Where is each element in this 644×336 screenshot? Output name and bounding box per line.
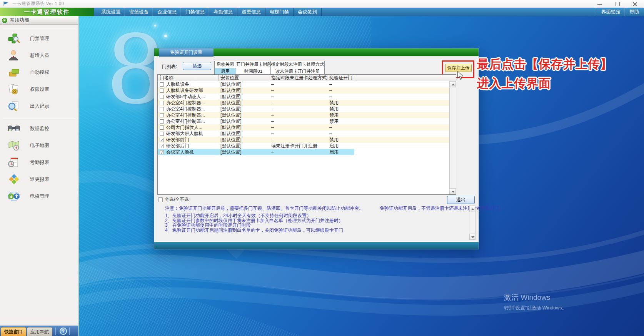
row-checkbox[interactable] <box>160 150 164 154</box>
menu-items: 系统设置安装设备企业信息门禁信息考勤信息巡更信息电梯门禁会议签到 <box>97 8 322 16</box>
door-location: [默认位置] <box>219 149 269 155</box>
select-all-checkbox[interactable] <box>158 197 163 202</box>
door-location: [默认位置] <box>219 130 269 137</box>
collapse-arrow-icon[interactable] <box>2 18 7 23</box>
window-title: 一卡通管理系统 Ver 1.00 <box>12 1 64 7</box>
table-body: 人脸机设备 [默认位置] – – 人脸机设备研发部 [默认位置] – – 研发部… <box>158 81 449 194</box>
table-row[interactable]: 研发部前门 [默认位置] – 禁用 <box>158 137 449 143</box>
scroll-up-icon[interactable] <box>469 206 475 212</box>
row-checkbox[interactable] <box>160 82 164 87</box>
door-name: 办公室4门控制器... <box>166 112 205 118</box>
door-name: 会议室人脸机 <box>166 149 194 155</box>
scroll-down-icon[interactable] <box>469 234 475 240</box>
row-checkbox[interactable] <box>160 132 164 136</box>
column-header[interactable]: 安装位置 <box>219 75 269 81</box>
row-checkbox[interactable] <box>160 125 164 130</box>
menu-item-lock[interactable]: 界面锁定 <box>597 8 625 16</box>
table-row[interactable]: 会议室人脸机 [默认位置] – 启用 <box>158 149 449 155</box>
table-row[interactable]: 办公室4门控制器... [默认位置] – 禁用 <box>158 118 449 124</box>
notes-scrollbar[interactable] <box>469 206 475 240</box>
row-checkbox[interactable] <box>160 89 164 93</box>
column-header[interactable]: 免验证开门 <box>327 75 354 81</box>
permission-doc-icon <box>7 84 21 95</box>
sidebar-tab[interactable]: 快捷窗口 <box>1 327 26 336</box>
filter-button[interactable]: 筛选 <box>183 62 211 70</box>
note-line: 3、在免验证功能使用中的时段是开门时段 <box>165 223 465 228</box>
row-filler <box>354 94 449 100</box>
note-line: 4、免验证开门功能开启期间注册到白名单的卡，关闭免验证功能后，可以继续刷卡开门 <box>165 228 465 233</box>
select-all-label: 全选/全不选 <box>165 196 189 203</box>
row-checkbox[interactable] <box>160 144 164 148</box>
menu-item[interactable]: 安装设备 <box>125 8 153 16</box>
door-status: – <box>327 81 354 87</box>
help-icon[interactable] <box>60 328 67 335</box>
scroll-down-icon[interactable] <box>450 188 456 194</box>
scroll-up-icon[interactable] <box>450 81 456 87</box>
table-row[interactable]: 研发部后门 [默认位置] 读未注册卡开门并注册 启用 <box>158 143 449 149</box>
sidebar-item[interactable]: 自动授权 <box>0 64 78 81</box>
table-row[interactable]: 办公室4门控制器... [默认位置] – 禁用 <box>158 100 449 106</box>
row-checkbox[interactable] <box>160 138 164 142</box>
sidebar-item[interactable]: 电梯管理 <box>0 188 78 205</box>
sidebar-item[interactable]: 数据监控 <box>0 120 78 137</box>
record-search-icon <box>7 100 21 112</box>
door-name: 办公室4门控制器... <box>166 106 205 112</box>
door-location: [默认位置] <box>219 112 269 118</box>
sidebar-item[interactable]: 门禁管理 <box>0 30 78 47</box>
sidebar-item[interactable]: 新增人员 <box>0 47 78 64</box>
sidebar-item[interactable]: 电子地图 <box>0 137 78 154</box>
menu-item[interactable]: 会议签到 <box>294 8 322 16</box>
menu-item[interactable]: 系统设置 <box>97 8 125 16</box>
menu-item[interactable]: 考勤信息 <box>209 8 237 16</box>
sidebar-item[interactable]: 考勤报表 <box>0 154 78 171</box>
sidebar-item[interactable]: 权限设置 <box>0 81 78 98</box>
door-name: 人脸机设备 <box>166 81 189 87</box>
table-row[interactable]: 人脸机设备研发部 [默认位置] – – <box>158 87 449 94</box>
row-checkbox[interactable] <box>160 119 164 124</box>
sidebar-group-main: 门禁管理 新增人员 自动授权 权限设置 出入记录 <box>0 28 78 115</box>
brand-banner: 一卡通管理软件 <box>0 8 94 16</box>
column-header[interactable]: 指定时段未注册卡处理方式 <box>269 75 327 81</box>
table-row[interactable]: 人脸机设备 [默认位置] – – <box>158 81 449 87</box>
door-name: 研发部前门 <box>166 137 189 143</box>
sidebar-header[interactable]: 常用功能 <box>0 16 78 25</box>
row-checkbox[interactable] <box>160 95 164 99</box>
table-row[interactable]: 研发部5寸动态人... [默认位置] – – <box>158 94 449 100</box>
table-row[interactable]: 办公室4门控制器... [默认位置] – 禁用 <box>158 106 449 112</box>
column-header[interactable]: 门名称 <box>158 75 219 81</box>
door-mode: – <box>269 130 327 137</box>
patrol-report-icon <box>7 174 21 185</box>
row-filler <box>354 149 449 155</box>
row-checkbox[interactable] <box>160 107 164 111</box>
select-all-control: 全选/全不选 <box>158 196 189 203</box>
menu-item[interactable]: 巡更信息 <box>237 8 265 16</box>
sidebar-item[interactable]: 出入记录 <box>0 98 78 115</box>
dialog-bottom-bar <box>154 241 479 249</box>
door-name: 研发部后门 <box>166 143 189 149</box>
param-header: 开门并注册卡时段 <box>236 61 271 68</box>
menu-item[interactable]: 门禁信息 <box>181 8 209 16</box>
door-location: [默认位置] <box>219 143 269 149</box>
minimize-button[interactable] <box>591 0 609 8</box>
menu-item[interactable]: 电梯门禁 <box>265 8 294 16</box>
door-mode: – <box>269 124 327 130</box>
sidebar-tab[interactable]: 应用导航 <box>27 327 52 336</box>
sidebar-item[interactable]: 巡更报表 <box>0 171 78 188</box>
table-row[interactable]: 办公室4门控制器... [默认位置] – 禁用 <box>158 112 449 118</box>
door-status: 启用 <box>327 149 354 155</box>
door-status: 禁用 <box>327 100 354 106</box>
close-button[interactable] <box>626 0 644 8</box>
table-scrollbar[interactable] <box>449 81 456 194</box>
table-row[interactable]: 公司大门指纹人... [默认位置] – – <box>158 124 449 130</box>
dialog-tab[interactable]: 免验证开门设置 <box>159 48 214 57</box>
dialog-titlebar: 免验证开门设置 <box>154 48 479 57</box>
maximize-button[interactable] <box>609 0 626 8</box>
row-checkbox[interactable] <box>160 101 164 105</box>
sidebar-item-label: 数据监控 <box>30 125 49 132</box>
row-checkbox[interactable] <box>160 113 164 117</box>
menu-item-help[interactable]: 帮助 <box>625 8 643 16</box>
exit-button[interactable]: 退出 <box>447 196 475 204</box>
table-row[interactable]: 研发部大屏人脸机 [默认位置] – – <box>158 130 449 137</box>
menu-item[interactable]: 企业信息 <box>153 8 181 16</box>
door-mode: – <box>269 149 327 155</box>
